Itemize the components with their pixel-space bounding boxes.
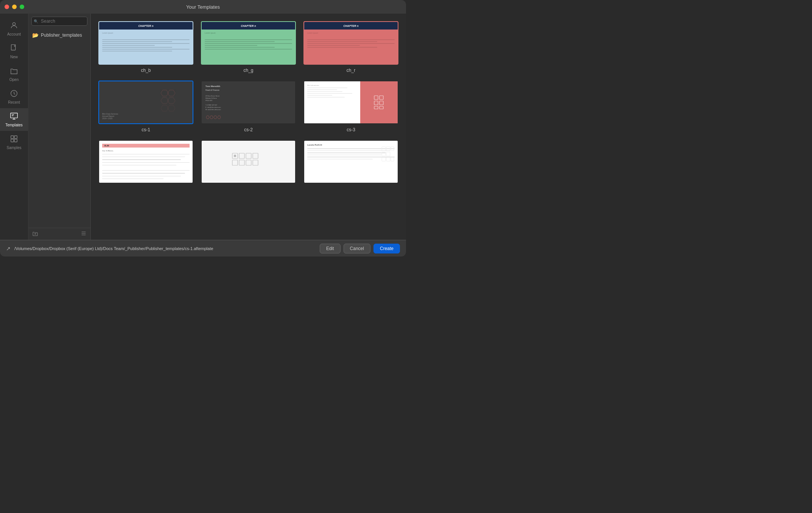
window-title: Your Templates	[186, 4, 220, 10]
template-card-doc-2[interactable]	[201, 140, 296, 187]
svg-rect-29	[374, 96, 378, 99]
template-thumb-ch-b: CHAPTER n Lorem ipsum	[98, 21, 193, 65]
close-button[interactable]	[5, 5, 9, 9]
account-icon	[10, 21, 18, 31]
svg-rect-12	[11, 139, 14, 142]
sidebar-item-new[interactable]: New	[0, 40, 28, 63]
titlebar: Your Templates	[0, 0, 406, 14]
file-tree: 📂 Publisher_templates	[28, 29, 90, 228]
svg-marker-26	[210, 116, 213, 119]
svg-marker-22	[168, 98, 175, 104]
svg-rect-51	[391, 157, 394, 161]
sidebar-item-recent[interactable]: Recent	[0, 86, 28, 108]
sidebar-label-templates: Templates	[5, 123, 23, 127]
folder-name: Publisher_templates	[41, 33, 82, 38]
template-card-doc-3[interactable]: Lucerts PLUS AI	[303, 140, 398, 187]
svg-rect-42	[246, 160, 251, 165]
minimize-button[interactable]	[12, 5, 17, 9]
sidebar-label-new: New	[10, 55, 18, 59]
sidebar-label-open: Open	[9, 78, 19, 82]
main-layout: Account New Open	[0, 14, 406, 240]
path-icon: ↗	[6, 246, 11, 252]
template-thumb-doc-2	[201, 140, 296, 183]
add-folder-button[interactable]	[32, 230, 38, 238]
sidebar-item-templates[interactable]: Templates	[0, 108, 28, 131]
window-controls	[5, 5, 24, 9]
templates-icon	[10, 112, 18, 121]
svg-rect-5	[11, 113, 17, 118]
template-card-ch-r[interactable]: CHAPTER n Lorem ipsum ch_r	[303, 21, 398, 73]
svg-rect-39	[253, 153, 258, 159]
samples-icon	[10, 135, 18, 144]
svg-marker-27	[214, 116, 217, 119]
template-card-cs-3[interactable]: Blim Laboratories	[303, 81, 398, 132]
svg-rect-50	[386, 157, 390, 161]
template-name-ch-r: ch_r	[347, 68, 355, 73]
template-card-ch-b[interactable]: CHAPTER n Lorem ipsum ch_b	[98, 21, 193, 73]
sidebar: Account New Open	[0, 14, 28, 240]
sidebar-item-samples[interactable]: Samples	[0, 131, 28, 154]
template-name-cs-3: cs-3	[347, 127, 355, 132]
sidebar-item-account[interactable]: Account	[0, 17, 28, 40]
template-card-doc-1[interactable]: BLIM Dear Sir/Madam,	[98, 140, 193, 187]
template-card-cs-1[interactable]: Blim Data ServicesAnnual Report2019—2020	[98, 81, 193, 132]
svg-marker-23	[161, 105, 168, 111]
template-card-cs-2[interactable]: Tom Meredith Head of Finance 20 New Dove…	[201, 81, 296, 132]
edit-button[interactable]: Edit	[320, 244, 341, 253]
svg-rect-11	[14, 136, 17, 138]
new-icon	[10, 44, 18, 53]
bottom-actions: Edit Cancel Create	[320, 244, 400, 253]
folder-publisher-templates[interactable]: 📂 Publisher_templates	[28, 30, 90, 40]
svg-rect-10	[11, 136, 14, 138]
svg-marker-20	[168, 90, 175, 96]
content-area[interactable]: CHAPTER n Lorem ipsum ch_b	[91, 14, 406, 240]
sidebar-label-recent: Recent	[8, 100, 20, 104]
search-input[interactable]	[31, 17, 87, 26]
file-path: /Volumes/Dropbox/Dropbox (Serif (Europe)…	[14, 246, 316, 251]
svg-marker-21	[161, 98, 168, 104]
maximize-button[interactable]	[20, 5, 24, 9]
template-thumb-ch-g: CHAPTER n Lorem ipsum	[201, 21, 296, 65]
template-thumb-cs-3: Blim Laboratories	[303, 81, 398, 124]
file-panel-footer	[28, 228, 90, 240]
svg-rect-43	[253, 160, 258, 165]
options-button[interactable]	[81, 230, 87, 238]
svg-point-0	[12, 23, 15, 25]
template-card-ch-g[interactable]: CHAPTER n Lorem ipsum ch_g	[201, 21, 296, 73]
svg-rect-33	[374, 106, 378, 109]
open-icon	[10, 67, 18, 76]
sidebar-item-open[interactable]: Open	[0, 63, 28, 86]
template-thumb-cs-1: Blim Data ServicesAnnual Report2019—2020	[98, 81, 193, 124]
svg-rect-46	[391, 147, 394, 151]
main-window: Your Templates Account	[0, 0, 406, 256]
cancel-button[interactable]: Cancel	[344, 244, 370, 253]
template-thumb-doc-1: BLIM Dear Sir/Madam,	[98, 140, 193, 183]
svg-rect-47	[382, 152, 386, 156]
svg-rect-41	[239, 160, 244, 165]
sidebar-label-account: Account	[7, 32, 21, 36]
template-name-ch-g: ch_g	[243, 68, 253, 73]
recent-icon	[10, 89, 18, 99]
svg-marker-28	[218, 116, 221, 119]
svg-rect-32	[380, 101, 383, 105]
search-wrapper	[28, 14, 90, 29]
template-name-cs-2: cs-2	[244, 127, 253, 132]
svg-rect-34	[380, 106, 383, 109]
file-panel: 📂 Publisher_templates	[28, 14, 91, 240]
template-thumb-ch-r: CHAPTER n Lorem ipsum	[303, 21, 398, 65]
template-thumb-doc-3: Lucerts PLUS AI	[303, 140, 398, 183]
template-name-cs-1: cs-1	[142, 127, 150, 132]
svg-rect-30	[380, 96, 383, 99]
svg-rect-45	[386, 147, 390, 151]
svg-rect-37	[239, 153, 244, 159]
templates-grid: CHAPTER n Lorem ipsum ch_b	[98, 21, 398, 187]
svg-rect-13	[14, 139, 17, 142]
svg-rect-40	[232, 160, 238, 165]
sidebar-label-samples: Samples	[7, 146, 22, 150]
svg-marker-19	[161, 90, 168, 96]
svg-rect-48	[386, 152, 390, 156]
svg-marker-24	[168, 105, 175, 111]
template-name-ch-b: ch_b	[141, 68, 151, 73]
svg-rect-49	[382, 157, 386, 161]
create-button[interactable]: Create	[373, 244, 400, 253]
